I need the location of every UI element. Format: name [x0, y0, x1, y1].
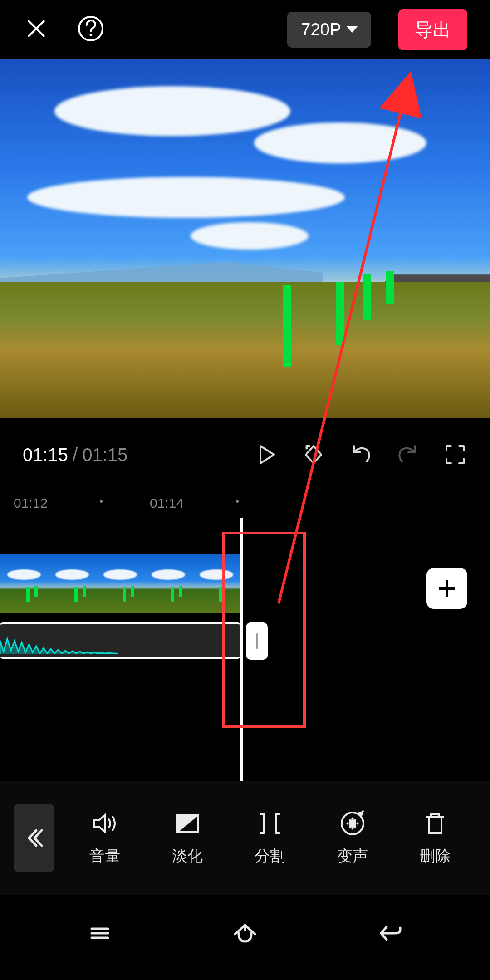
resolution-label: 720P: [301, 20, 341, 39]
export-button[interactable]: 导出: [398, 9, 467, 50]
resolution-button[interactable]: 720P: [287, 12, 371, 48]
redo-icon: [396, 442, 420, 467]
time-separator: /: [73, 445, 78, 465]
tick-label: 01:12: [14, 495, 48, 511]
current-time: 01:15: [23, 445, 68, 465]
collapse-tools-button[interactable]: [14, 804, 54, 872]
tool-voice[interactable]: 变声: [337, 809, 368, 867]
fullscreen-icon[interactable]: [443, 442, 467, 467]
nav-back-icon[interactable]: [376, 919, 405, 948]
add-clip-button[interactable]: [426, 568, 467, 609]
tool-delete[interactable]: 删除: [420, 809, 451, 867]
help-icon[interactable]: [77, 15, 104, 44]
nav-home-icon[interactable]: [230, 919, 260, 948]
chevron-down-icon: [347, 26, 358, 33]
tool-volume[interactable]: 音量: [89, 809, 120, 867]
nav-menu-icon[interactable]: [85, 919, 114, 948]
tick-label: 01:14: [150, 495, 184, 511]
play-icon[interactable]: [254, 442, 279, 467]
audio-track[interactable]: [0, 622, 240, 659]
video-track[interactable]: [0, 554, 240, 613]
tick-dot: [100, 500, 103, 503]
tool-fade[interactable]: 淡化: [172, 809, 203, 867]
tool-split[interactable]: 分割: [255, 809, 285, 867]
timeline[interactable]: 01:12 01:14: [0, 491, 490, 781]
tick-dot: [236, 500, 239, 503]
close-icon[interactable]: [23, 15, 50, 44]
annotation-box: [222, 532, 306, 728]
video-preview[interactable]: [0, 59, 490, 418]
keyframe-icon[interactable]: [301, 442, 326, 467]
undo-icon[interactable]: [348, 442, 373, 467]
svg-point-1: [90, 34, 92, 36]
total-time: 01:15: [82, 445, 127, 465]
